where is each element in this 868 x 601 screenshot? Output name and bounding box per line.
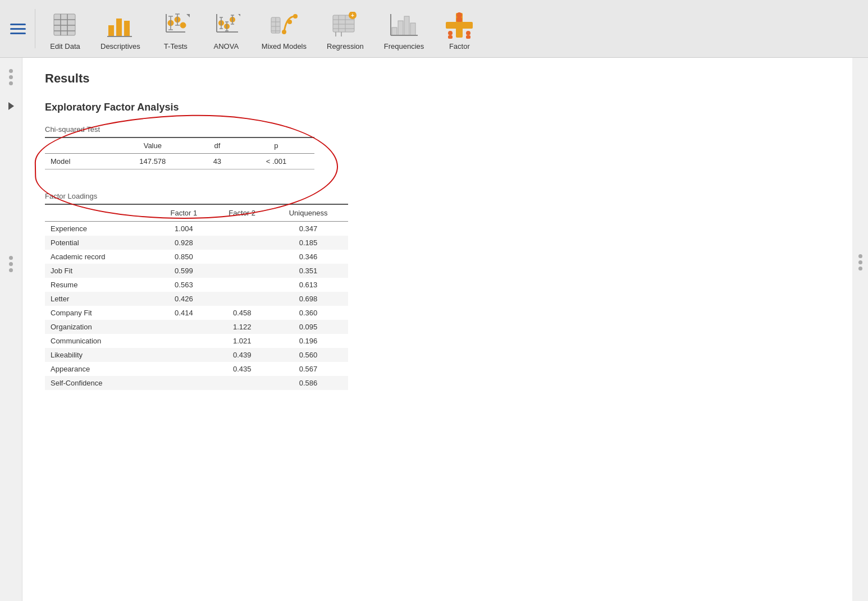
svg-rect-0 bbox=[54, 14, 75, 35]
svg-marker-23 bbox=[186, 14, 190, 17]
toolbar-divider bbox=[35, 9, 35, 48]
fl-row-u: 0.346 bbox=[274, 250, 348, 264]
fl-row-u: 0.360 bbox=[274, 306, 348, 320]
fl-row-f1: 0.928 bbox=[157, 236, 216, 250]
fl-row-u: 0.560 bbox=[274, 348, 348, 362]
svg-rect-61 bbox=[398, 21, 403, 35]
toolbar-label-factor: Factor bbox=[449, 42, 470, 51]
toolbar-item-t-tests[interactable]: T-Tests bbox=[150, 3, 201, 54]
table-row: Job Fit 0.599 0.351 bbox=[45, 264, 348, 278]
row-name-model: Model bbox=[45, 154, 115, 169]
fl-row-f1: 0.850 bbox=[157, 250, 216, 264]
toolbar-item-regression[interactable]: + Regression bbox=[317, 3, 374, 54]
factor-loadings-table: Factor 1 Factor 2 Uniqueness Experience … bbox=[45, 204, 348, 390]
svg-point-70 bbox=[448, 31, 453, 35]
content-area: Results Exploratory Factor Analysis Chi-… bbox=[22, 58, 852, 601]
table-row: Likeability 0.439 0.560 bbox=[45, 348, 348, 362]
toolbar-label-edit-data: Edit Data bbox=[50, 42, 80, 51]
svg-rect-71 bbox=[448, 35, 453, 39]
fl-col-factor2: Factor 2 bbox=[216, 204, 274, 222]
left-panel-dots-2 bbox=[9, 256, 13, 272]
fl-row-u: 0.567 bbox=[274, 362, 348, 376]
chi-squared-label: Chi-squared Test bbox=[45, 125, 314, 134]
frequencies-icon bbox=[390, 11, 419, 40]
table-row: Potential 0.928 0.185 bbox=[45, 236, 348, 250]
fl-row-f2 bbox=[216, 222, 274, 236]
fl-row-name: Potential bbox=[45, 236, 157, 250]
col-header-p: p bbox=[244, 137, 314, 154]
svg-point-14 bbox=[180, 22, 186, 28]
mixed-models-icon bbox=[269, 11, 299, 40]
menu-button[interactable] bbox=[6, 6, 30, 51]
descriptives-icon bbox=[106, 11, 135, 40]
toolbar-item-descriptives[interactable]: Descriptives bbox=[90, 3, 150, 54]
toolbar-label-mixed-models: Mixed Models bbox=[262, 42, 307, 51]
toolbar-label-regression: Regression bbox=[327, 42, 364, 51]
t-tests-icon bbox=[161, 11, 190, 40]
factor-icon bbox=[445, 11, 474, 40]
fl-row-f1 bbox=[157, 348, 216, 362]
toolbar-item-factor[interactable]: Factor bbox=[434, 3, 485, 54]
toolbar-item-edit-data[interactable]: Edit Data bbox=[40, 3, 90, 54]
fl-row-name: Self-Confidence bbox=[45, 376, 157, 390]
fl-row-f1 bbox=[157, 362, 216, 376]
table-row: Academic record 0.850 0.346 bbox=[45, 250, 348, 264]
fl-row-name: Job Fit bbox=[45, 264, 157, 278]
fl-row-f1: 0.563 bbox=[157, 278, 216, 292]
right-panel bbox=[852, 58, 868, 601]
toolbar-label-descriptives: Descriptives bbox=[100, 42, 140, 51]
table-row: Communication 1.021 0.196 bbox=[45, 334, 348, 348]
table-row: Resume 0.563 0.613 bbox=[45, 278, 348, 292]
toolbar-label-anova: ANOVA bbox=[214, 42, 239, 51]
fl-row-u: 0.185 bbox=[274, 236, 348, 250]
anova-icon bbox=[212, 11, 241, 40]
fl-row-f1: 0.414 bbox=[157, 306, 216, 320]
fl-row-f2 bbox=[216, 292, 274, 306]
toolbar-item-anova[interactable]: ANOVA bbox=[201, 3, 252, 54]
toolbar-label-t-tests: T-Tests bbox=[164, 42, 188, 51]
fl-row-f2 bbox=[216, 264, 274, 278]
fl-row-u: 0.347 bbox=[274, 222, 348, 236]
fl-row-f2: 0.439 bbox=[216, 348, 274, 362]
regression-icon: + bbox=[331, 11, 360, 40]
fl-row-f2 bbox=[216, 278, 274, 292]
fl-col-uniqueness: Uniqueness bbox=[274, 204, 348, 222]
fl-row-f1 bbox=[157, 334, 216, 348]
edit-data-icon bbox=[51, 11, 80, 40]
row-df-model: 43 bbox=[197, 154, 244, 169]
fl-row-name: Company Fit bbox=[45, 306, 157, 320]
svg-point-72 bbox=[466, 31, 470, 35]
fl-row-name: Organization bbox=[45, 320, 157, 334]
fl-row-name: Communication bbox=[45, 334, 157, 348]
svg-point-49 bbox=[293, 14, 298, 19]
fl-row-u: 0.586 bbox=[274, 376, 348, 390]
chi-squared-section: Chi-squared Test Value df p Model 147.57… bbox=[45, 125, 314, 169]
fl-row-name: Likeability bbox=[45, 348, 157, 362]
fl-row-name: Letter bbox=[45, 292, 157, 306]
fl-row-name: Appearance bbox=[45, 362, 157, 376]
fl-row-f1 bbox=[157, 376, 216, 390]
fl-row-f2: 0.435 bbox=[216, 362, 274, 376]
table-row: Experience 1.004 0.347 bbox=[45, 222, 348, 236]
fl-col-empty bbox=[45, 204, 157, 222]
table-row: Organization 1.122 0.095 bbox=[45, 320, 348, 334]
svg-rect-60 bbox=[392, 27, 397, 35]
section-title: Exploratory Factor Analysis bbox=[45, 102, 830, 113]
factor-loadings-label: Factor Loadings bbox=[45, 192, 830, 200]
fl-row-u: 0.698 bbox=[274, 292, 348, 306]
fl-row-f2: 0.458 bbox=[216, 306, 274, 320]
left-panel-dots bbox=[9, 69, 13, 85]
table-row: Self-Confidence 0.586 bbox=[45, 376, 348, 390]
svg-rect-73 bbox=[466, 35, 470, 39]
fl-row-name: Experience bbox=[45, 222, 157, 236]
expand-arrow[interactable] bbox=[8, 102, 14, 110]
table-row: Appearance 0.435 0.567 bbox=[45, 362, 348, 376]
svg-rect-6 bbox=[108, 25, 114, 36]
svg-marker-41 bbox=[238, 14, 240, 16]
fl-row-u: 0.196 bbox=[274, 334, 348, 348]
toolbar-item-frequencies[interactable]: Frequencies bbox=[374, 3, 435, 54]
toolbar-item-mixed-models[interactable]: Mixed Models bbox=[252, 3, 317, 54]
fl-row-u: 0.095 bbox=[274, 320, 348, 334]
fl-row-f2 bbox=[216, 236, 274, 250]
fl-row-f1: 0.426 bbox=[157, 292, 216, 306]
